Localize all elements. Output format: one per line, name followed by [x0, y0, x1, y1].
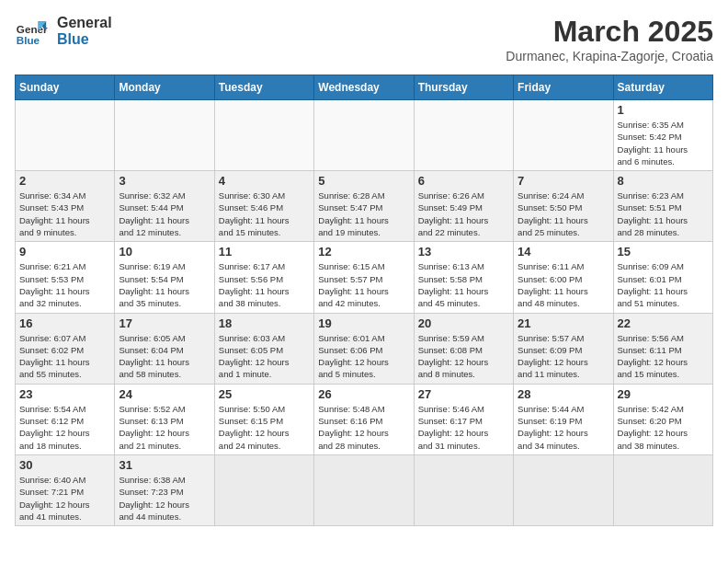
calendar-day-cell: 13Sunrise: 6:13 AM Sunset: 5:58 PM Dayli…	[414, 242, 513, 313]
calendar-table: SundayMondayTuesdayWednesdayThursdayFrid…	[15, 75, 713, 526]
day-info: Sunrise: 5:46 AM Sunset: 6:17 PM Dayligh…	[418, 403, 509, 452]
day-info: Sunrise: 6:15 AM Sunset: 5:57 PM Dayligh…	[318, 260, 409, 309]
day-info: Sunrise: 5:44 AM Sunset: 6:19 PM Dayligh…	[518, 403, 609, 452]
calendar-day-cell	[514, 454, 613, 525]
svg-text:Blue: Blue	[17, 34, 40, 46]
day-info: Sunrise: 6:07 AM Sunset: 6:02 PM Dayligh…	[19, 332, 110, 381]
day-info: Sunrise: 6:09 AM Sunset: 6:01 PM Dayligh…	[618, 260, 709, 309]
day-info: Sunrise: 5:42 AM Sunset: 6:20 PM Dayligh…	[618, 403, 709, 452]
day-number: 22	[618, 316, 709, 330]
calendar-day-cell: 26Sunrise: 5:48 AM Sunset: 6:16 PM Dayli…	[314, 384, 414, 454]
day-info: Sunrise: 6:01 AM Sunset: 6:06 PM Dayligh…	[318, 332, 409, 381]
day-number: 6	[418, 174, 509, 188]
day-number: 26	[318, 387, 409, 401]
calendar-day-cell: 16Sunrise: 6:07 AM Sunset: 6:02 PM Dayli…	[16, 313, 115, 384]
calendar-day-cell: 6Sunrise: 6:26 AM Sunset: 5:49 PM Daylig…	[414, 171, 513, 242]
calendar-day-cell	[414, 454, 513, 525]
calendar-day-cell: 27Sunrise: 5:46 AM Sunset: 6:17 PM Dayli…	[414, 384, 513, 454]
calendar-day-cell: 23Sunrise: 5:54 AM Sunset: 6:12 PM Dayli…	[16, 384, 115, 454]
day-number: 27	[418, 387, 509, 401]
day-number: 31	[119, 458, 210, 472]
calendar-day-cell: 14Sunrise: 6:11 AM Sunset: 6:00 PM Dayli…	[514, 242, 613, 313]
calendar-day-cell: 18Sunrise: 6:03 AM Sunset: 6:05 PM Dayli…	[214, 313, 313, 384]
calendar-week-row: 23Sunrise: 5:54 AM Sunset: 6:12 PM Dayli…	[16, 384, 713, 454]
logo: General Blue General Blue	[15, 15, 112, 48]
day-number: 25	[219, 387, 310, 401]
logo-icon: General Blue	[15, 15, 48, 48]
calendar-day-cell: 21Sunrise: 5:57 AM Sunset: 6:09 PM Dayli…	[514, 313, 613, 384]
calendar-day-cell: 29Sunrise: 5:42 AM Sunset: 6:20 PM Dayli…	[613, 384, 712, 454]
logo-general-text: General	[57, 15, 112, 31]
day-info: Sunrise: 6:38 AM Sunset: 7:23 PM Dayligh…	[119, 474, 210, 523]
day-number: 18	[219, 316, 310, 330]
day-number: 4	[219, 174, 310, 188]
calendar-week-row: 16Sunrise: 6:07 AM Sunset: 6:02 PM Dayli…	[16, 313, 713, 384]
calendar-day-cell	[514, 100, 613, 171]
day-info: Sunrise: 5:57 AM Sunset: 6:09 PM Dayligh…	[518, 332, 609, 381]
day-info: Sunrise: 6:28 AM Sunset: 5:47 PM Dayligh…	[318, 190, 409, 238]
day-info: Sunrise: 6:19 AM Sunset: 5:54 PM Dayligh…	[119, 260, 210, 309]
day-info: Sunrise: 6:35 AM Sunset: 5:42 PM Dayligh…	[618, 119, 709, 167]
calendar-day-cell: 3Sunrise: 6:32 AM Sunset: 5:44 PM Daylig…	[115, 171, 214, 242]
weekday-header-monday: Monday	[115, 75, 214, 100]
day-info: Sunrise: 6:17 AM Sunset: 5:56 PM Dayligh…	[219, 260, 310, 309]
day-info: Sunrise: 6:13 AM Sunset: 5:58 PM Dayligh…	[418, 260, 509, 309]
day-number: 21	[518, 316, 609, 330]
calendar-day-cell	[214, 454, 313, 525]
day-info: Sunrise: 6:05 AM Sunset: 6:04 PM Dayligh…	[119, 332, 210, 381]
calendar-week-row: 2Sunrise: 6:34 AM Sunset: 5:43 PM Daylig…	[16, 171, 713, 242]
day-number: 23	[19, 387, 110, 401]
calendar-week-row: 30Sunrise: 6:40 AM Sunset: 7:21 PM Dayli…	[16, 454, 713, 525]
weekday-header-sunday: Sunday	[16, 75, 115, 100]
day-number: 9	[19, 245, 110, 259]
day-number: 30	[19, 458, 110, 472]
day-number: 5	[318, 174, 409, 188]
day-number: 10	[119, 245, 210, 259]
day-info: Sunrise: 6:26 AM Sunset: 5:49 PM Dayligh…	[418, 190, 509, 238]
day-number: 11	[219, 245, 310, 259]
day-info: Sunrise: 6:03 AM Sunset: 6:05 PM Dayligh…	[219, 332, 310, 381]
day-number: 2	[19, 174, 110, 188]
day-info: Sunrise: 6:34 AM Sunset: 5:43 PM Dayligh…	[19, 190, 110, 238]
calendar-day-cell	[16, 100, 115, 171]
day-number: 17	[119, 316, 210, 330]
day-number: 20	[418, 316, 509, 330]
day-info: Sunrise: 6:30 AM Sunset: 5:46 PM Dayligh…	[219, 190, 310, 238]
weekday-header-friday: Friday	[514, 75, 613, 100]
day-info: Sunrise: 5:50 AM Sunset: 6:15 PM Dayligh…	[219, 403, 310, 452]
calendar-day-cell	[613, 454, 712, 525]
weekday-header-tuesday: Tuesday	[214, 75, 313, 100]
calendar-day-cell	[314, 100, 414, 171]
calendar-day-cell: 19Sunrise: 6:01 AM Sunset: 6:06 PM Dayli…	[314, 313, 414, 384]
day-info: Sunrise: 5:48 AM Sunset: 6:16 PM Dayligh…	[318, 403, 409, 452]
calendar-day-cell: 17Sunrise: 6:05 AM Sunset: 6:04 PM Dayli…	[115, 313, 214, 384]
calendar-day-cell: 9Sunrise: 6:21 AM Sunset: 5:53 PM Daylig…	[16, 242, 115, 313]
calendar-day-cell	[314, 454, 414, 525]
title-block: March 2025 Durmanec, Krapina-Zagorje, Cr…	[506, 15, 713, 63]
day-info: Sunrise: 6:40 AM Sunset: 7:21 PM Dayligh…	[19, 474, 110, 523]
calendar-day-cell: 22Sunrise: 5:56 AM Sunset: 6:11 PM Dayli…	[613, 313, 712, 384]
day-number: 14	[518, 245, 609, 259]
day-number: 12	[318, 245, 409, 259]
day-info: Sunrise: 5:54 AM Sunset: 6:12 PM Dayligh…	[19, 403, 110, 452]
calendar-day-cell	[115, 100, 214, 171]
calendar-day-cell: 10Sunrise: 6:19 AM Sunset: 5:54 PM Dayli…	[115, 242, 214, 313]
day-number: 24	[119, 387, 210, 401]
day-info: Sunrise: 6:32 AM Sunset: 5:44 PM Dayligh…	[119, 190, 210, 238]
calendar-day-cell: 5Sunrise: 6:28 AM Sunset: 5:47 PM Daylig…	[314, 171, 414, 242]
day-number: 1	[618, 103, 709, 117]
page-header: General Blue General Blue March 2025 Dur…	[15, 15, 713, 63]
day-info: Sunrise: 5:59 AM Sunset: 6:08 PM Dayligh…	[418, 332, 509, 381]
location-text: Durmanec, Krapina-Zagorje, Croatia	[506, 49, 713, 63]
calendar-week-row: 1Sunrise: 6:35 AM Sunset: 5:42 PM Daylig…	[16, 100, 713, 171]
day-number: 7	[518, 174, 609, 188]
day-number: 13	[418, 245, 509, 259]
calendar-day-cell: 15Sunrise: 6:09 AM Sunset: 6:01 PM Dayli…	[613, 242, 712, 313]
calendar-day-cell: 28Sunrise: 5:44 AM Sunset: 6:19 PM Dayli…	[514, 384, 613, 454]
calendar-day-cell: 1Sunrise: 6:35 AM Sunset: 5:42 PM Daylig…	[613, 100, 712, 171]
day-info: Sunrise: 5:52 AM Sunset: 6:13 PM Dayligh…	[119, 403, 210, 452]
day-info: Sunrise: 6:21 AM Sunset: 5:53 PM Dayligh…	[19, 260, 110, 309]
day-info: Sunrise: 6:11 AM Sunset: 6:00 PM Dayligh…	[518, 260, 609, 309]
day-number: 28	[518, 387, 609, 401]
day-info: Sunrise: 6:23 AM Sunset: 5:51 PM Dayligh…	[618, 190, 709, 238]
